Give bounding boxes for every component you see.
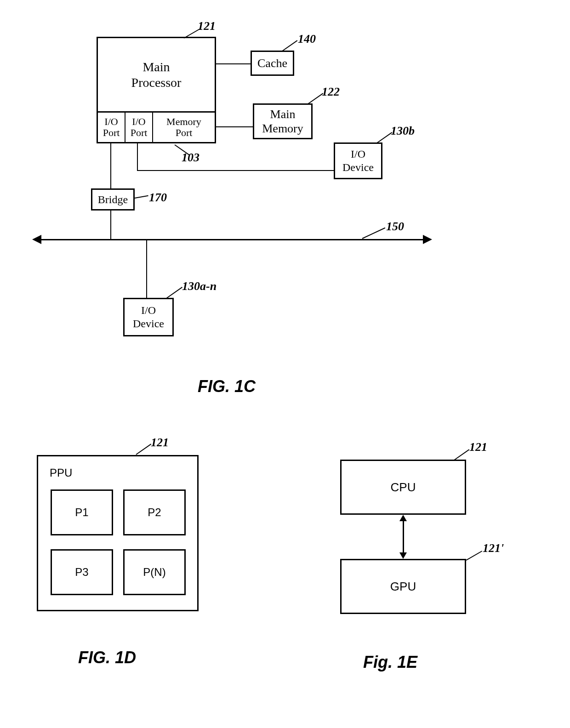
main-memory-box: Main Memory: [253, 103, 313, 139]
cache-label: Cache: [257, 56, 287, 70]
ppu-p1: P1: [51, 489, 113, 535]
fig1d-title: FIG. 1D: [78, 648, 136, 667]
leader-130b: [376, 132, 392, 143]
leader-130an: [166, 287, 182, 299]
gpu-label: GPU: [390, 580, 416, 594]
io-port-2: I/O Port: [125, 113, 153, 142]
io-device-bottom-label: I/O Device: [133, 304, 164, 330]
label-1e-121p: 121': [483, 541, 504, 555]
memory-connector: [216, 126, 253, 127]
gpu-box: GPU: [340, 559, 466, 614]
label-150: 150: [386, 220, 404, 233]
main-processor-box: Main Processor: [97, 37, 216, 113]
fig1c-title: FIG. 1C: [198, 377, 256, 396]
port-row: I/O Port I/O Port Memory Port: [97, 111, 216, 143]
cache-connector: [216, 63, 251, 64]
main-processor-label: Main Processor: [131, 59, 182, 90]
io2-right: [137, 170, 334, 171]
label-121: 121: [198, 19, 216, 33]
io2-down: [137, 143, 138, 171]
ppu-title: PPU: [50, 466, 72, 479]
label-103: 103: [182, 151, 200, 165]
leader-140: [282, 40, 297, 51]
label-170: 170: [149, 191, 167, 205]
leader-150: [362, 228, 386, 239]
gpu-arrow-down: [399, 552, 407, 559]
bridge-to-bus: [110, 210, 111, 239]
ppu-p2: P2: [123, 489, 186, 535]
bus-arrow-right: [423, 235, 432, 244]
bus-to-iodev: [146, 239, 147, 298]
leader-1e-121p: [466, 551, 483, 561]
bus-arrow-left: [32, 235, 41, 244]
cpu-box: CPU: [340, 460, 466, 515]
bridge-label: Bridge: [98, 193, 128, 206]
ppu-pn: P(N): [123, 549, 186, 595]
io-device-bottom: I/O Device: [123, 298, 174, 336]
leader-122: [308, 93, 323, 104]
leader-1d-121: [136, 444, 151, 455]
fig1e-title: Fig. 1E: [363, 653, 417, 672]
io-device-right: I/O Device: [334, 142, 382, 179]
label-140: 140: [298, 32, 316, 46]
ppu-p3: P3: [51, 549, 113, 595]
leader-1e-121: [454, 449, 469, 461]
label-130b: 130b: [391, 124, 415, 138]
bus-line: [41, 239, 423, 240]
label-130an: 130a-n: [182, 279, 217, 293]
cpu-gpu-connector: [403, 520, 404, 553]
cache-box: Cache: [251, 51, 294, 76]
io1-to-bridge: [110, 143, 111, 188]
leader-170: [135, 195, 148, 199]
label-1d-121: 121: [151, 436, 169, 449]
cpu-arrow-up: [399, 515, 407, 521]
memory-port: Memory Port: [153, 113, 215, 142]
label-122: 122: [322, 85, 340, 99]
io-port-1: I/O Port: [98, 113, 125, 142]
label-1e-121: 121: [469, 440, 487, 454]
io-device-right-label: I/O Device: [342, 148, 374, 174]
bridge-box: Bridge: [91, 188, 135, 210]
main-memory-label: Main Memory: [262, 107, 303, 136]
cpu-label: CPU: [391, 480, 416, 495]
